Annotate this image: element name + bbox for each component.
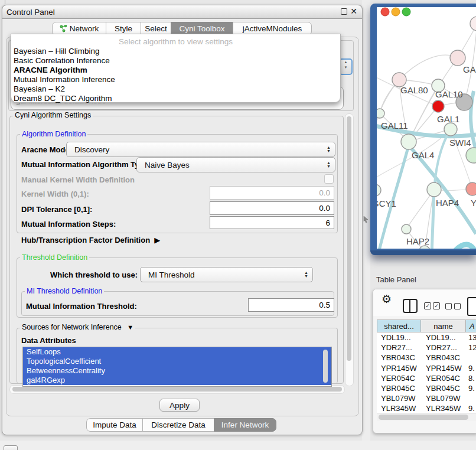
- tab-label: Cyni Toolbox: [179, 24, 224, 33]
- aracne-mode-label: Aracne Mode:: [21, 145, 72, 154]
- mi-type-combo[interactable]: Naive Bayes ▲▼: [136, 157, 335, 172]
- expander-arrow-icon: ▶: [154, 236, 160, 244]
- graph-node-label: HAP2: [406, 236, 429, 246]
- algorithm-definition-title: Algorithm Definition: [20, 131, 87, 138]
- close-window-icon[interactable]: ✕: [350, 6, 357, 16]
- data-attributes-label: Data Attributes: [21, 336, 76, 345]
- graph-node[interactable]: [401, 134, 416, 149]
- graph-node[interactable]: [427, 182, 441, 197]
- graph-node[interactable]: [402, 224, 411, 234]
- table-cell[interactable]: YDL19...: [421, 333, 466, 342]
- table-cell[interactable]: 9.: [466, 404, 476, 413]
- mi-steps-value: 6: [325, 219, 330, 227]
- table-cell[interactable]: YDL19...: [377, 333, 421, 342]
- cyni-algorithm-settings-title: Cyni Algorithm Settings: [13, 112, 93, 119]
- graph-node[interactable]: [444, 123, 457, 136]
- table-cell[interactable]: YBR043C: [421, 353, 466, 362]
- table-cell[interactable]: 12: [466, 343, 476, 352]
- tab-label: Infer Network: [221, 420, 269, 429]
- list-scrollbar-thumb[interactable]: [323, 350, 328, 383]
- mi-threshold-field[interactable]: 0.5: [248, 298, 334, 312]
- settings-vertical-scrollbar: [345, 113, 354, 386]
- column-header-partial[interactable]: A: [465, 319, 476, 332]
- attribute-list-item[interactable]: BetweennessCentrality: [23, 366, 331, 376]
- table-cell[interactable]: YDR27...: [377, 343, 421, 352]
- table-row: YPR145WYPR145W9.: [377, 363, 476, 373]
- vertical-scrollbar-thumb[interactable]: [347, 116, 351, 361]
- dpi-tolerance-label: DPI Tolerance [0,1]:: [21, 205, 92, 214]
- float-window-icon[interactable]: [341, 8, 347, 15]
- attribute-list-item[interactable]: SelfLoops: [23, 347, 331, 357]
- tab-label: jActiveMNodules: [243, 24, 302, 33]
- table-cell[interactable]: 8.: [466, 374, 476, 383]
- dropdown-item[interactable]: Bayesian – K2: [14, 84, 338, 94]
- screen: Control Panel ✕ Network Style Select Cyn…: [0, 0, 476, 450]
- table-cell[interactable]: 9.: [466, 364, 476, 373]
- dropdown-item[interactable]: Dream8 DC_TDC Algorithm: [14, 94, 338, 103]
- table-cell[interactable]: YBL079W: [421, 394, 466, 403]
- tab-discretize-data[interactable]: Discretize Data: [142, 418, 214, 432]
- checked-columns-icon[interactable]: ✓✓: [424, 302, 440, 309]
- minimize-traffic-light[interactable]: [392, 8, 400, 16]
- table-cell[interactable]: YDR27...: [421, 343, 466, 352]
- hub-definition-expander[interactable]: Hub/Transcription Factor Definition ▶: [21, 236, 160, 244]
- network-icon: [60, 25, 67, 32]
- mi-type-value: Naive Bayes: [145, 161, 190, 169]
- table-row: YBL079WYBL079W: [377, 393, 476, 403]
- zoom-traffic-light[interactable]: [402, 8, 410, 16]
- table-cell[interactable]: YPR145W: [421, 364, 466, 373]
- close-traffic-light[interactable]: [381, 8, 389, 16]
- dropdown-item[interactable]: Basic Correlation Inference: [14, 56, 338, 66]
- document-icon[interactable]: [467, 297, 476, 316]
- attribute-list-item[interactable]: gal4RGexp: [23, 376, 331, 385]
- unchecked-columns-icon[interactable]: [445, 303, 461, 309]
- table-cell[interactable]: YLR345W: [421, 404, 466, 413]
- dropdown-item[interactable]: ARACNE Algorithm: [14, 66, 338, 75]
- tab-label: Discretize Data: [151, 420, 206, 429]
- tab-impute-data[interactable]: Impute Data: [86, 418, 143, 432]
- mi-steps-field[interactable]: 6: [210, 216, 334, 229]
- aracne-mode-combo[interactable]: Discovery ▲▼: [66, 142, 335, 157]
- collapse-arrow-icon: ▼: [127, 324, 133, 331]
- hub-definition-label: Hub/Transcription Factor Definition: [21, 236, 150, 244]
- table-cell[interactable]: YBR045C: [377, 384, 421, 393]
- table-cell[interactable]: YER054C: [421, 374, 466, 383]
- manual-kernel-checkbox[interactable]: [324, 174, 334, 184]
- table-cell[interactable]: YPR145W: [377, 364, 421, 373]
- tab-label: Impute Data: [93, 420, 136, 429]
- table-scrollbar-thumb[interactable]: [379, 415, 468, 420]
- table-cell[interactable]: 13: [466, 333, 476, 342]
- dropdown-item[interactable]: Mutual Information Inference: [14, 75, 338, 84]
- table-toolbar: ⚙ ✓✓: [373, 289, 476, 316]
- table-cell[interactable]: YBR043C: [377, 353, 421, 362]
- bottom-left-button[interactable]: [4, 445, 18, 450]
- apply-button[interactable]: Apply: [159, 399, 200, 412]
- network-view-window[interactable]: GAL7GAL80GAL10GAL1GAL11SWI4GAL4GCY1HAP4Y…: [370, 4, 476, 255]
- gear-icon[interactable]: ⚙: [382, 292, 392, 306]
- graph-node[interactable]: [466, 182, 476, 195]
- sources-header[interactable]: Sources for Network Inference ▼: [20, 324, 135, 331]
- dropdown-item[interactable]: Bayesian – Hill Climbing: [14, 47, 338, 56]
- algorithm-combo-stepper[interactable]: ▲▼: [339, 58, 353, 75]
- table-cell[interactable]: YBR045C: [421, 384, 466, 393]
- graph-node-label: GAL1: [437, 114, 459, 124]
- graph-node-label: GAL4: [412, 150, 434, 160]
- tab-infer-network[interactable]: Infer Network: [214, 418, 276, 432]
- table-cell[interactable]: YLR345W: [377, 404, 421, 413]
- dpi-tolerance-field[interactable]: 0.0: [210, 201, 334, 215]
- table-cell[interactable]: YER054C: [377, 374, 421, 383]
- column-header-name[interactable]: name: [420, 319, 466, 332]
- threshold-definition-title: Threshold Definition: [20, 254, 89, 262]
- table-rows: YDL19...YDL19...13YDR27...YDR27...12YBR0…: [377, 332, 476, 413]
- horizontal-scrollbar-thumb[interactable]: [12, 387, 342, 392]
- table-cell[interactable]: YBL079W: [377, 394, 421, 403]
- columns-icon[interactable]: [403, 299, 418, 313]
- kernel-width-field[interactable]: 0.0: [210, 186, 334, 200]
- attribute-list-item[interactable]: TopologicalCoefficient: [23, 357, 331, 366]
- column-header-shared-name[interactable]: shared...: [377, 319, 421, 332]
- table-row: YBR045CYBR045C9.: [377, 383, 476, 393]
- which-threshold-combo[interactable]: MI Threshold ▲▼: [140, 267, 313, 282]
- graph-node[interactable]: [432, 100, 444, 112]
- table-cell[interactable]: 9.: [466, 384, 476, 393]
- graph-node[interactable]: [450, 50, 465, 66]
